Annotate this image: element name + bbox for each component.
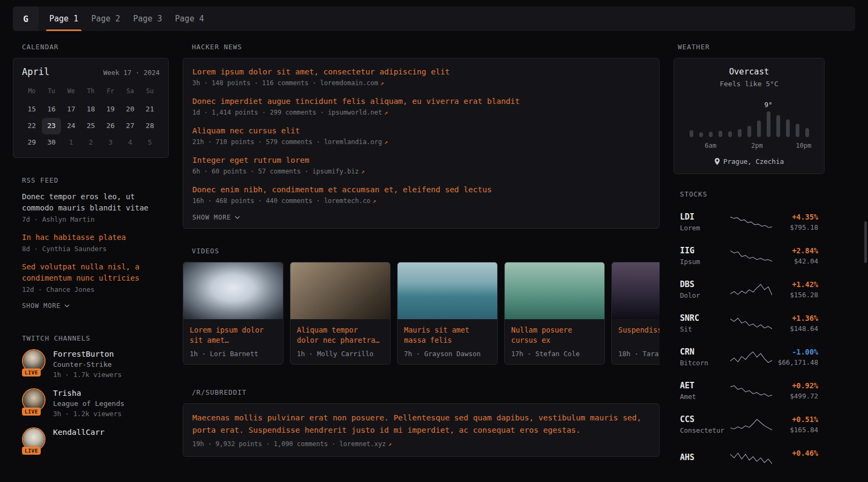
video-thumbnail[interactable] xyxy=(398,262,497,319)
calendar-day-next-month: 2 xyxy=(81,134,101,151)
video-meta: 17h · Stefan Cole xyxy=(511,350,598,358)
weather-location: Prague, Czechia xyxy=(683,157,815,165)
rss-list: Donec tempor eros leo, ut commodo mauris… xyxy=(13,191,169,310)
rss-item-title[interactable]: Donec tempor eros leo, ut commodo mauris… xyxy=(22,191,160,214)
rss-item-title[interactable]: In hac habitasse platea xyxy=(22,232,160,243)
hn-story-title[interactable]: Donec enim nibh, condimentum et accumsan… xyxy=(192,184,650,195)
hn-story-title[interactable]: Donec imperdiet augue tincidunt felis al… xyxy=(192,96,650,107)
video-thumbnail[interactable] xyxy=(183,262,283,319)
video-title[interactable]: Nullam posuere cursus ex xyxy=(511,325,598,345)
weather-bar xyxy=(796,124,799,137)
subreddit-post-stats: 19h · 9,932 points · 1,090 comments · xyxy=(192,440,340,448)
avatar: LIVE xyxy=(22,349,46,373)
rss-item-meta: 7d · Ashlyn Martin xyxy=(22,215,160,223)
stock-name: Ipsum xyxy=(680,258,730,266)
rss-item: Donec tempor eros leo, ut commodo mauris… xyxy=(22,191,160,223)
video-card[interactable]: Nullam posuere cursus ex 17h · Stefan Co… xyxy=(504,262,605,365)
hn-story-domain[interactable]: loremtech.co xyxy=(324,197,371,205)
stock-row[interactable]: DBSDolor +1.42%$156.28 xyxy=(680,273,818,306)
stock-row[interactable]: IIGIpsum +2.84%$42.04 xyxy=(680,239,818,273)
stock-name: Sit xyxy=(680,325,730,333)
tab-page-4[interactable]: Page 4 xyxy=(169,6,211,31)
video-card[interactable]: Lorem ipsum dolor sit amet consectetu… 1… xyxy=(183,262,283,365)
hn-story-domain[interactable]: ipsumify.biz xyxy=(312,168,359,175)
stock-change: +0.92% xyxy=(772,381,818,390)
hn-story-title[interactable]: Integer eget rutrum lorem xyxy=(192,155,650,165)
location-pin-icon xyxy=(714,158,720,165)
external-link-icon[interactable] xyxy=(388,441,392,448)
weather-bar xyxy=(747,126,751,137)
stock-name: Bitcorn xyxy=(680,359,730,367)
channel-meta: 1h · 1.7k viewers xyxy=(53,371,122,379)
stock-name: Dolor xyxy=(680,291,730,299)
subreddit-post-title[interactable]: Maecenas mollis pulvinar erat non posuer… xyxy=(192,412,650,436)
video-card[interactable]: Suspendisse diam 18h · Tara xyxy=(611,262,660,365)
left-column: CALENDAR April Week 17 · 2024 Mo Tu We T… xyxy=(13,43,169,469)
hn-story-title[interactable]: Aliquam nec cursus elit xyxy=(192,125,650,136)
twitch-list: LIVE ForrestBurton Counter-Strike 1h · 1… xyxy=(13,349,169,451)
page-scrollbar-thumb[interactable] xyxy=(864,221,867,263)
video-thumbnail[interactable] xyxy=(612,262,660,319)
rss-item-meta: 8d · Cynthia Saunders xyxy=(22,245,160,253)
rss-show-more-button[interactable]: SHOW MORE xyxy=(22,302,160,310)
external-link-icon[interactable] xyxy=(384,139,388,146)
weather-bar xyxy=(728,131,732,137)
hn-story-domain[interactable]: loremdomain.com xyxy=(320,79,378,87)
twitch-channel[interactable]: LIVE Trisha League of Legends 3h · 1.2k … xyxy=(22,388,160,418)
subreddit-post-domain[interactable]: loremnet.xyz xyxy=(340,440,386,448)
stock-sparkline xyxy=(730,384,772,398)
hn-story-meta: 3h · 148 points · 116 comments · loremdo… xyxy=(192,79,650,87)
stock-row[interactable]: SNRCSit +1.36%$148.64 xyxy=(680,306,818,340)
live-badge: LIVE xyxy=(22,447,41,455)
stock-sparkline xyxy=(730,215,772,229)
calendar-day-next-month: 3 xyxy=(101,134,121,151)
stock-row[interactable]: CRNBitcorn -1.00%$66,171.48 xyxy=(680,340,818,374)
stock-row[interactable]: AHS +0.46% xyxy=(680,441,818,475)
external-link-icon[interactable] xyxy=(384,109,388,116)
video-thumbnail[interactable] xyxy=(290,262,390,319)
stock-name: Amet xyxy=(680,393,730,401)
calendar-day: 26 xyxy=(101,118,121,134)
chevron-down-icon xyxy=(64,304,70,307)
stock-row[interactable]: AETAmet +0.92%$499.72 xyxy=(680,374,818,408)
hn-story-domain[interactable]: loremlandia.org xyxy=(324,138,382,146)
stocks-list: LDILorem +4.35%$795.18 IIGIpsum +2.84%$4… xyxy=(674,205,825,475)
stock-price: $795.18 xyxy=(772,223,818,231)
calendar-week-year: Week 17 · 2024 xyxy=(103,69,160,77)
stock-change: +2.84% xyxy=(772,246,818,255)
video-card[interactable]: Mauris sit amet massa felis 7h · Grayson… xyxy=(397,262,498,365)
stock-row[interactable]: LDILorem +4.35%$795.18 xyxy=(680,205,818,239)
video-title[interactable]: Mauris sit amet massa felis xyxy=(404,325,491,345)
weather-bar xyxy=(805,128,809,137)
calendar-day: 15 xyxy=(22,101,42,118)
video-thumbnail[interactable] xyxy=(505,262,604,319)
video-title[interactable]: Lorem ipsum dolor sit amet consectetu… xyxy=(190,325,276,345)
stock-row[interactable]: CCSConsectetur +0.51%$165.84 xyxy=(680,408,818,441)
tab-page-1[interactable]: Page 1 xyxy=(43,6,85,31)
hackernews-widget: HACKER NEWS Lorem ipsum dolor sit amet, … xyxy=(183,43,660,229)
stock-change: +1.42% xyxy=(772,280,818,289)
twitch-channel[interactable]: LIVE KendallCarr xyxy=(22,427,160,451)
external-link-icon[interactable] xyxy=(361,168,365,175)
external-link-icon[interactable] xyxy=(380,80,384,87)
tab-page-3[interactable]: Page 3 xyxy=(126,6,168,31)
stock-change: +4.35% xyxy=(772,213,818,221)
calendar-day: 29 xyxy=(22,134,42,151)
rss-item-title[interactable]: Sed volutpat nulla nisl, a condimentum n… xyxy=(22,261,160,284)
tab-page-2[interactable]: Page 2 xyxy=(85,6,126,31)
hn-story-title[interactable]: Lorem ipsum dolor sit amet, consectetur … xyxy=(192,66,650,77)
video-title[interactable]: Suspendisse diam xyxy=(618,325,660,345)
hn-story-domain[interactable]: ipsumworld.net xyxy=(328,109,382,116)
stock-sparkline xyxy=(730,317,772,330)
app-logo[interactable]: G xyxy=(13,6,39,31)
video-card[interactable]: Aliquam tempor dolor nec pharetra… 1h · … xyxy=(290,262,391,365)
hn-story: Donec imperdiet augue tincidunt felis al… xyxy=(192,96,650,116)
hn-story: Lorem ipsum dolor sit amet, consectetur … xyxy=(192,66,650,87)
video-title[interactable]: Aliquam tempor dolor nec pharetra… xyxy=(297,325,384,345)
hn-show-more-button[interactable]: SHOW MORE xyxy=(192,214,650,221)
twitch-channel[interactable]: LIVE ForrestBurton Counter-Strike 1h · 1… xyxy=(22,349,160,379)
external-link-icon[interactable] xyxy=(372,198,376,205)
stock-change: +0.51% xyxy=(772,415,818,424)
stock-symbol: DBS xyxy=(680,280,730,289)
calendar-day: 24 xyxy=(61,118,81,134)
